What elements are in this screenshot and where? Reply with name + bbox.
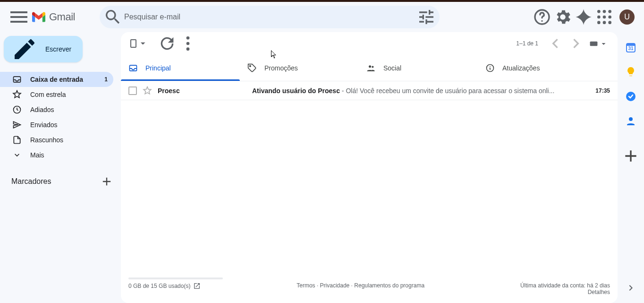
tab-label: Principal <box>145 64 171 72</box>
tab-people[interactable]: Social <box>359 55 478 81</box>
tab-label: Atualizações <box>502 64 540 72</box>
search-bar <box>100 6 440 28</box>
svg-point-10 <box>608 21 611 24</box>
plus-icon <box>621 147 640 165</box>
contacts-app[interactable] <box>625 115 636 127</box>
select-all-checkbox[interactable] <box>128 36 150 51</box>
contacts-icon <box>625 115 636 127</box>
svg-point-8 <box>597 21 601 24</box>
mail-star-button[interactable] <box>143 86 152 95</box>
apps-button[interactable] <box>595 8 614 26</box>
dropdown-arrow-icon <box>599 39 608 48</box>
mail-row[interactable]: ProescAtivando usuário do Proesc - Olá! … <box>121 81 618 100</box>
search-button[interactable] <box>103 8 122 26</box>
svg-point-3 <box>603 10 606 13</box>
toolbar-right: 1–1 de 1 <box>516 34 610 53</box>
mail-list: ProescAtivando usuário do Proesc - Olá! … <box>121 81 618 100</box>
terms-link[interactable]: Termos <box>297 282 315 289</box>
svg-point-2 <box>597 10 601 13</box>
nav-draft[interactable]: Rascunhos <box>0 132 113 147</box>
nav-label: Caixa de entrada <box>30 76 83 83</box>
nav-label: Rascunhos <box>30 136 63 144</box>
prev-page-button[interactable] <box>546 34 565 53</box>
mail-sender: Proesc <box>158 87 252 95</box>
nav-list: Caixa de entrada1Com estrelaAdiadosEnvia… <box>0 72 121 163</box>
keep-icon <box>625 66 636 78</box>
svg-point-20 <box>372 66 373 68</box>
more-button[interactable] <box>178 34 197 53</box>
nav-expand[interactable]: Mais <box>0 147 113 163</box>
svg-point-13 <box>186 36 190 40</box>
gmail-text: Gmail <box>49 11 75 23</box>
nav-clock[interactable]: Adiados <box>0 102 113 117</box>
storage-bar <box>128 277 223 279</box>
gear-icon <box>553 8 572 26</box>
nav-label: Com estrela <box>30 91 66 98</box>
tab-info[interactable]: Atualizações <box>478 55 597 81</box>
next-page-button[interactable] <box>567 34 585 53</box>
dropdown-arrow-icon <box>137 38 148 49</box>
open-external-icon[interactable] <box>193 282 201 290</box>
search-options-button[interactable] <box>417 8 436 26</box>
compose-button[interactable]: Escrever <box>4 36 83 62</box>
program-link[interactable]: Regulamentos do programa <box>354 282 424 289</box>
svg-point-4 <box>608 10 611 13</box>
footer-links: Termos · Privacidade · Regulamentos do p… <box>297 282 424 289</box>
tab-tag[interactable]: Promoções <box>240 55 359 81</box>
main-menu-button[interactable] <box>8 6 30 28</box>
compose-label: Escrever <box>45 45 71 53</box>
storage-label: 0 GB de 15 GB usado(s) <box>128 283 190 289</box>
privacy-link[interactable]: Privacidade <box>320 282 350 289</box>
more-vert-icon <box>178 34 197 53</box>
gmail-logo[interactable]: Gmail <box>32 11 75 23</box>
add-label-button[interactable] <box>100 175 113 188</box>
nav-inbox[interactable]: Caixa de entrada1 <box>0 72 113 87</box>
side-panel: 31 <box>618 32 644 165</box>
refresh-icon <box>158 34 177 53</box>
keyboard-icon <box>589 39 598 48</box>
get-addons-button[interactable] <box>621 147 640 165</box>
collapse-side-panel-button[interactable] <box>625 282 636 294</box>
refresh-button[interactable] <box>158 34 177 53</box>
labels-header: Marcadores <box>0 174 121 189</box>
svg-point-7 <box>608 16 611 19</box>
header: Gmail U <box>0 2 644 32</box>
tab-label: Promoções <box>264 64 298 72</box>
nav-label: Mais <box>30 151 44 159</box>
activity-text: Última atividade da conta: há 2 dias <box>520 282 610 289</box>
details-link[interactable]: Detalhes <box>588 289 610 295</box>
hamburger-icon <box>8 6 30 28</box>
calendar-app[interactable]: 31 <box>625 42 636 53</box>
svg-point-15 <box>186 47 190 51</box>
plus-icon <box>100 175 113 188</box>
svg-point-19 <box>369 65 371 68</box>
svg-text:31: 31 <box>628 46 634 51</box>
account-avatar[interactable]: U <box>619 9 635 25</box>
tab-inbox-tab[interactable]: Principal <box>121 55 240 81</box>
tune-icon <box>417 8 436 26</box>
clock-icon <box>12 105 22 114</box>
nav-star[interactable]: Com estrela <box>0 87 113 102</box>
nav-label: Enviados <box>30 121 58 129</box>
tasks-app[interactable] <box>625 91 636 102</box>
sparkle-icon <box>574 8 593 26</box>
people-icon <box>366 63 376 73</box>
svg-point-9 <box>603 21 606 24</box>
gmail-icon <box>32 12 45 22</box>
apps-grid-icon <box>595 8 614 26</box>
gemini-button[interactable] <box>574 8 593 26</box>
svg-rect-16 <box>590 41 598 46</box>
sidebar: Escrever Caixa de entrada1Com estrelaAdi… <box>0 32 121 189</box>
keep-app[interactable] <box>625 66 636 78</box>
svg-point-5 <box>597 16 601 19</box>
search-input[interactable] <box>122 13 417 21</box>
mail-checkbox[interactable] <box>128 87 137 95</box>
input-method-button[interactable] <box>587 37 610 50</box>
nav-send[interactable]: Enviados <box>0 117 113 132</box>
settings-button[interactable] <box>553 8 572 26</box>
support-button[interactable] <box>533 8 551 26</box>
chevron-right-icon <box>567 34 585 53</box>
svg-point-14 <box>186 42 190 45</box>
footer-activity: Última atividade da conta: há 2 dias Det… <box>520 282 610 295</box>
svg-point-18 <box>250 65 251 67</box>
